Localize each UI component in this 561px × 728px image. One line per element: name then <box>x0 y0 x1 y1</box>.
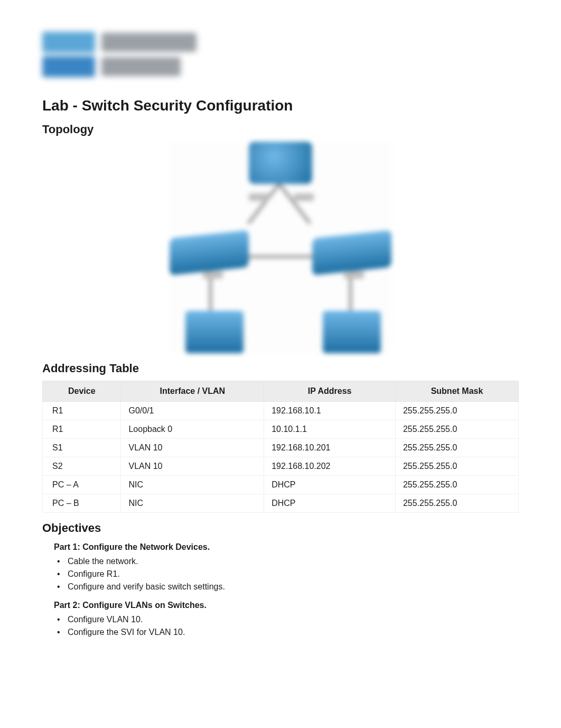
cell-ip: 192.168.10.201 <box>264 439 396 457</box>
col-device: Device <box>43 381 121 402</box>
cell-ip: DHCP <box>264 494 396 513</box>
cell-mask: 255.255.255.0 <box>395 402 518 420</box>
switch-icon <box>170 230 249 275</box>
topology-diagram <box>170 142 391 353</box>
topology-label-icon <box>249 193 269 201</box>
objectives-part2-title: Part 2: Configure VLANs on Switches. <box>54 601 519 610</box>
cell-device: R1 <box>43 420 121 439</box>
cell-device: PC – A <box>43 476 121 494</box>
cell-interface: NIC <box>121 476 264 494</box>
cell-ip: 10.10.1.1 <box>264 420 396 439</box>
cell-mask: 255.255.255.0 <box>395 420 518 439</box>
list-item: Configure VLAN 10. <box>54 613 519 626</box>
router-icon <box>249 142 312 184</box>
table-row: PC – B NIC DHCP 255.255.255.0 <box>43 494 519 513</box>
table-row: PC – A NIC DHCP 255.255.255.0 <box>43 476 519 494</box>
col-mask: Subnet Mask <box>395 381 518 402</box>
addressing-table: Device Interface / VLAN IP Address Subne… <box>42 381 519 513</box>
pc-icon <box>323 311 381 353</box>
cell-interface: VLAN 10 <box>121 439 264 457</box>
table-row: S2 VLAN 10 192.168.10.202 255.255.255.0 <box>43 457 519 476</box>
list-item: Configure the SVI for VLAN 10. <box>54 626 519 639</box>
topology-link-icon <box>278 183 311 224</box>
logo-mark-cisco-icon <box>42 56 95 77</box>
list-item: Configure and verify basic switch settin… <box>54 580 519 593</box>
cisco-logo <box>42 32 211 85</box>
pc-icon <box>185 311 244 353</box>
cell-ip: DHCP <box>264 476 396 494</box>
cell-device: PC – B <box>43 494 121 513</box>
topology-label-icon <box>294 193 314 201</box>
cell-mask: 255.255.255.0 <box>395 457 518 476</box>
page-content: Lab - Switch Security Configuration Topo… <box>0 0 561 662</box>
table-row: S1 VLAN 10 192.168.10.201 255.255.255.0 <box>43 439 519 457</box>
cell-mask: 255.255.255.0 <box>395 439 518 457</box>
cell-mask: 255.255.255.0 <box>395 476 518 494</box>
logo-mark-icon <box>42 32 95 53</box>
topology-heading: Topology <box>42 123 519 136</box>
topology-diagram-wrap <box>42 142 519 353</box>
list-item: Configure R1. <box>54 568 519 580</box>
cell-mask: 255.255.255.0 <box>395 494 518 513</box>
cell-ip: 192.168.10.202 <box>264 457 396 476</box>
switch-icon <box>312 230 391 275</box>
topology-link-icon <box>247 183 280 224</box>
objectives-part1-title: Part 1: Configure the Network Devices. <box>54 542 519 552</box>
addressing-heading: Addressing Table <box>42 362 519 375</box>
cell-ip: 192.168.10.1 <box>264 402 396 420</box>
cell-device: R1 <box>43 402 121 420</box>
addressing-table-body: R1 G0/0/1 192.168.10.1 255.255.255.0 R1 … <box>43 402 519 513</box>
cell-interface: NIC <box>121 494 264 513</box>
table-header-row: Device Interface / VLAN IP Address Subne… <box>43 381 519 402</box>
logo-text-academy <box>101 57 181 76</box>
table-row: R1 Loopback 0 10.10.1.1 255.255.255.0 <box>43 420 519 439</box>
list-item: Cable the network. <box>54 555 519 568</box>
table-row: R1 G0/0/1 192.168.10.1 255.255.255.0 <box>43 402 519 420</box>
cell-interface: Loopback 0 <box>121 420 264 439</box>
cell-device: S2 <box>43 457 121 476</box>
objectives-heading: Objectives <box>42 521 519 535</box>
cell-device: S1 <box>43 439 121 457</box>
col-interface: Interface / VLAN <box>121 381 264 402</box>
objectives-part2-list: Configure VLAN 10. Configure the SVI for… <box>54 613 519 639</box>
cell-interface: G0/0/1 <box>121 402 264 420</box>
topology-link-icon <box>244 255 323 258</box>
topology-label-icon <box>344 271 364 279</box>
topology-label-icon <box>203 271 223 279</box>
objectives-part1-list: Cable the network. Configure R1. Configu… <box>54 555 519 593</box>
page-title: Lab - Switch Security Configuration <box>42 97 519 114</box>
col-ip: IP Address <box>264 381 396 402</box>
cell-interface: VLAN 10 <box>121 457 264 476</box>
logo-text-networking <box>101 33 197 52</box>
